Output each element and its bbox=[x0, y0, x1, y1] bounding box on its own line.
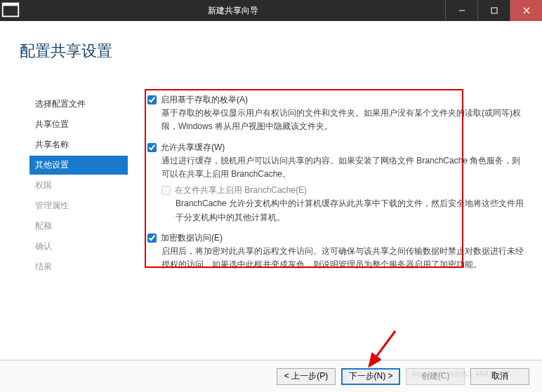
create-button: 创建(C) bbox=[406, 368, 465, 385]
option-allow-caching: 允许共享缓存(W) 通过进行缓存，脱机用户可以访问共享的内容。如果安装了网络文件… bbox=[147, 141, 525, 224]
desc-encrypt-data: 启用后，将加密对此共享的远程文件访问。这可确保与该共享之间传输数据时禁止对数据进… bbox=[161, 245, 525, 271]
desc-access-enumeration: 基于存取的枚举仅显示用户有权访问的文件和文件夹。如果用户没有某个文件夹的读取(或… bbox=[161, 107, 525, 133]
checkbox-branchcache bbox=[161, 186, 171, 195]
previous-button[interactable]: < 上一步(P) bbox=[277, 368, 336, 385]
checkbox-access-enumeration[interactable] bbox=[147, 95, 157, 104]
close-button[interactable] bbox=[510, 0, 542, 21]
step-quota: 配额 bbox=[29, 217, 128, 236]
titlebar: 新建共享向导 bbox=[0, 0, 542, 21]
label-access-enumeration: 启用基于存取的枚举(A) bbox=[161, 93, 248, 107]
option-branchcache: 在文件共享上启用 BranchCache(E) BranchCache 允许分支… bbox=[161, 184, 525, 224]
step-share-location[interactable]: 共享位置 bbox=[29, 115, 128, 134]
minimize-button[interactable] bbox=[445, 0, 477, 21]
window-title: 新建共享向导 bbox=[21, 5, 445, 17]
window-controls bbox=[445, 0, 542, 21]
page-title: 配置共享设置 bbox=[20, 41, 112, 62]
checkbox-encrypt-data[interactable] bbox=[147, 234, 157, 243]
label-allow-caching: 允许共享缓存(W) bbox=[161, 141, 225, 154]
wizard-steps: 选择配置文件 共享位置 共享名称 其他设置 权限 管理属性 配额 确认 结果 bbox=[29, 95, 128, 278]
content-area: 配置共享设置 选择配置文件 共享位置 共享名称 其他设置 权限 管理属性 配额 … bbox=[0, 21, 542, 392]
settings-panel: 启用基于存取的枚举(A) 基于存取的枚举仅显示用户有权访问的文件和文件夹。如果用… bbox=[147, 93, 525, 278]
step-permissions: 权限 bbox=[29, 176, 128, 195]
label-encrypt-data: 加密数据访问(E) bbox=[161, 231, 223, 245]
svg-rect-1 bbox=[3, 3, 19, 6]
step-confirm: 确认 bbox=[29, 237, 128, 256]
wizard-footer: < 上一步(P) 下一步(N) > 创建(C) 取消 bbox=[0, 360, 542, 392]
next-button[interactable]: 下一步(N) > bbox=[341, 368, 400, 385]
desc-branchcache: BranchCache 允许分支机构中的计算机缓存从此共享中下载的文件，然后安全… bbox=[176, 197, 525, 224]
checkbox-allow-caching[interactable] bbox=[147, 143, 157, 152]
step-management-properties: 管理属性 bbox=[29, 196, 128, 215]
step-share-name[interactable]: 共享名称 bbox=[29, 135, 128, 154]
cancel-button[interactable]: 取消 bbox=[470, 368, 529, 385]
app-icon bbox=[0, 0, 21, 22]
step-result: 结果 bbox=[29, 257, 128, 276]
svg-rect-3 bbox=[491, 8, 497, 13]
desc-allow-caching: 通过进行缓存，脱机用户可以访问共享的内容。如果安装了网络文件 BranchCac… bbox=[161, 154, 525, 181]
label-branchcache: 在文件共享上启用 BranchCache(E) bbox=[175, 184, 307, 197]
option-access-based-enumeration: 启用基于存取的枚举(A) 基于存取的枚举仅显示用户有权访问的文件和文件夹。如果用… bbox=[147, 93, 525, 134]
option-encrypt-data: 加密数据访问(E) 启用后，将加密对此共享的远程文件访问。这可确保与该共享之间传… bbox=[147, 231, 525, 272]
step-other-settings[interactable]: 其他设置 bbox=[29, 156, 128, 175]
step-select-profile[interactable]: 选择配置文件 bbox=[29, 95, 128, 114]
maximize-button[interactable] bbox=[477, 0, 510, 21]
